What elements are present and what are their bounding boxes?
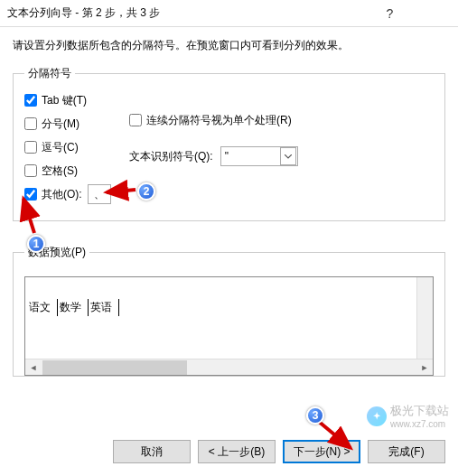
space-label[interactable]: 空格(S) [42, 163, 78, 179]
preview-table: 语文 数学 英语 [27, 299, 433, 316]
watermark: ✦ 极光下载站 www.xz7.com [367, 403, 449, 429]
semicolon-label[interactable]: 分号(M) [42, 117, 79, 132]
annotation-2: 2 [137, 182, 155, 201]
preview-cell: 语文 [27, 299, 58, 316]
preview-box: 语文 数学 英语 ◄ ► [24, 276, 434, 376]
other-label[interactable]: 其他(O): [42, 187, 82, 202]
scroll-right-icon[interactable]: ► [416, 359, 433, 376]
annotation-1: 1 [27, 235, 45, 253]
vertical-scrollbar[interactable] [416, 277, 433, 359]
other-input[interactable] [88, 184, 111, 204]
preview-cell: 英语 [89, 299, 119, 316]
finish-button[interactable]: 完成(F) [368, 440, 445, 463]
close-button[interactable] [410, 0, 451, 27]
annotation-3: 3 [306, 406, 324, 425]
button-row: 取消 < 上一步(B) 下一步(N) > 完成(F) [0, 427, 458, 476]
next-button[interactable]: 下一步(N) > [283, 440, 360, 463]
delimiter-legend: 分隔符号 [24, 66, 75, 81]
back-button[interactable]: < 上一步(B) [198, 440, 276, 463]
help-icon [387, 6, 394, 21]
instruction-text: 请设置分列数据所包含的分隔符号。在预览窗口内可看到分列的效果。 [13, 38, 445, 53]
comma-checkbox[interactable] [24, 141, 37, 154]
text-qualifier-select[interactable]: " [220, 146, 298, 166]
scroll-thumb[interactable] [42, 360, 187, 375]
consecutive-label[interactable]: 连续分隔符号视为单个处理(R) [146, 113, 292, 128]
titlebar: 文本分列向导 - 第 2 步，共 3 步 [0, 0, 458, 27]
preview-cell: 数学 [58, 299, 89, 316]
help-button[interactable] [369, 0, 410, 27]
window-title: 文本分列向导 - 第 2 步，共 3 步 [7, 5, 369, 21]
consecutive-checkbox[interactable] [129, 114, 142, 126]
cancel-button[interactable]: 取消 [113, 440, 191, 463]
other-checkbox[interactable] [24, 188, 37, 201]
preview-group: 数据预览(P) 语文 数学 英语 ◄ ► [13, 245, 445, 377]
semicolon-checkbox[interactable] [24, 117, 37, 130]
watermark-text: 极光下载站 [390, 403, 449, 419]
horizontal-scrollbar[interactable]: ◄ ► [25, 359, 433, 375]
comma-label[interactable]: 逗号(C) [42, 140, 79, 155]
space-checkbox[interactable] [24, 164, 37, 177]
tab-label[interactable]: Tab 键(T) [42, 93, 87, 108]
watermark-logo-icon: ✦ [367, 406, 387, 426]
text-qualifier-value: " [225, 150, 280, 163]
scroll-left-icon[interactable]: ◄ [25, 359, 42, 376]
delimiter-group: 分隔符号 Tab 键(T) 分号(M) 逗号(C) 空格(S) [13, 66, 445, 221]
watermark-url: www.xz7.com [390, 419, 449, 429]
tab-checkbox[interactable] [24, 94, 37, 107]
text-qualifier-label: 文本识别符号(Q): [129, 149, 213, 164]
chevron-down-icon [280, 147, 296, 165]
